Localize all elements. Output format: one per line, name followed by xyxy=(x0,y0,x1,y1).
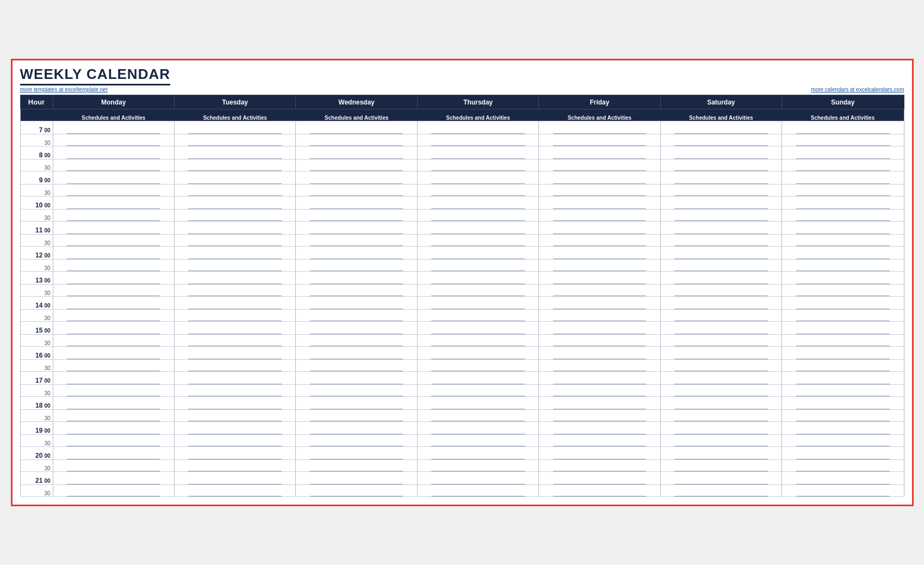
schedule-cell[interactable] xyxy=(174,360,295,372)
schedule-cell[interactable] xyxy=(660,410,782,422)
schedule-cell[interactable] xyxy=(782,472,904,485)
schedule-cell[interactable] xyxy=(539,196,660,210)
schedule-cell[interactable] xyxy=(296,447,417,460)
schedule-cell[interactable] xyxy=(539,310,660,322)
schedule-cell[interactable] xyxy=(296,121,417,134)
schedule-cell[interactable] xyxy=(53,171,174,185)
schedule-cell[interactable] xyxy=(539,472,660,485)
schedule-cell[interactable] xyxy=(539,435,660,447)
schedule-cell[interactable] xyxy=(660,235,782,247)
schedule-cell[interactable] xyxy=(417,272,538,285)
schedule-cell[interactable] xyxy=(660,146,782,159)
schedule-cell[interactable] xyxy=(417,247,538,260)
schedule-cell[interactable] xyxy=(782,210,904,222)
schedule-cell[interactable] xyxy=(53,134,174,146)
schedule-cell[interactable] xyxy=(53,322,174,335)
schedule-cell[interactable] xyxy=(660,460,782,472)
schedule-cell[interactable] xyxy=(174,472,295,485)
schedule-cell[interactable] xyxy=(296,235,417,247)
schedule-cell[interactable] xyxy=(539,185,660,196)
schedule-cell[interactable] xyxy=(660,171,782,185)
schedule-cell[interactable] xyxy=(296,472,417,485)
schedule-cell[interactable] xyxy=(417,347,538,360)
schedule-cell[interactable] xyxy=(660,447,782,460)
schedule-cell[interactable] xyxy=(53,285,174,297)
schedule-cell[interactable] xyxy=(417,235,538,247)
schedule-cell[interactable] xyxy=(417,435,538,447)
schedule-cell[interactable] xyxy=(782,196,904,210)
schedule-cell[interactable] xyxy=(296,385,417,397)
schedule-cell[interactable] xyxy=(174,247,295,260)
schedule-cell[interactable] xyxy=(174,285,295,297)
schedule-cell[interactable] xyxy=(782,347,904,360)
schedule-cell[interactable] xyxy=(174,347,295,360)
schedule-cell[interactable] xyxy=(539,247,660,260)
schedule-cell[interactable] xyxy=(417,310,538,322)
schedule-cell[interactable] xyxy=(417,360,538,372)
schedule-cell[interactable] xyxy=(782,460,904,472)
schedule-cell[interactable] xyxy=(53,460,174,472)
schedule-cell[interactable] xyxy=(660,372,782,385)
schedule-cell[interactable] xyxy=(174,435,295,447)
schedule-cell[interactable] xyxy=(539,322,660,335)
schedule-cell[interactable] xyxy=(782,372,904,385)
schedule-cell[interactable] xyxy=(174,460,295,472)
schedule-cell[interactable] xyxy=(782,134,904,146)
schedule-cell[interactable] xyxy=(539,210,660,222)
schedule-cell[interactable] xyxy=(53,397,174,410)
schedule-cell[interactable] xyxy=(53,235,174,247)
schedule-cell[interactable] xyxy=(296,410,417,422)
schedule-cell[interactable] xyxy=(660,222,782,235)
schedule-cell[interactable] xyxy=(539,297,660,310)
schedule-cell[interactable] xyxy=(539,171,660,185)
schedule-cell[interactable] xyxy=(417,171,538,185)
schedule-cell[interactable] xyxy=(417,472,538,485)
schedule-cell[interactable] xyxy=(417,210,538,222)
schedule-cell[interactable] xyxy=(53,410,174,422)
schedule-cell[interactable] xyxy=(417,322,538,335)
schedule-cell[interactable] xyxy=(53,196,174,210)
schedule-cell[interactable] xyxy=(660,385,782,397)
schedule-cell[interactable] xyxy=(296,435,417,447)
schedule-cell[interactable] xyxy=(660,247,782,260)
schedule-cell[interactable] xyxy=(174,397,295,410)
schedule-cell[interactable] xyxy=(296,310,417,322)
schedule-cell[interactable] xyxy=(417,159,538,171)
schedule-cell[interactable] xyxy=(53,447,174,460)
schedule-cell[interactable] xyxy=(296,397,417,410)
schedule-cell[interactable] xyxy=(53,485,174,497)
schedule-cell[interactable] xyxy=(296,347,417,360)
schedule-cell[interactable] xyxy=(174,485,295,497)
schedule-cell[interactable] xyxy=(174,422,295,435)
schedule-cell[interactable] xyxy=(296,146,417,159)
schedule-cell[interactable] xyxy=(417,285,538,297)
schedule-cell[interactable] xyxy=(782,260,904,272)
schedule-cell[interactable] xyxy=(660,121,782,134)
schedule-cell[interactable] xyxy=(174,297,295,310)
schedule-cell[interactable] xyxy=(174,121,295,134)
schedule-cell[interactable] xyxy=(782,360,904,372)
schedule-cell[interactable] xyxy=(660,472,782,485)
schedule-cell[interactable] xyxy=(539,447,660,460)
schedule-cell[interactable] xyxy=(782,310,904,322)
schedule-cell[interactable] xyxy=(417,222,538,235)
schedule-cell[interactable] xyxy=(782,285,904,297)
schedule-cell[interactable] xyxy=(296,297,417,310)
schedule-cell[interactable] xyxy=(539,347,660,360)
schedule-cell[interactable] xyxy=(660,185,782,196)
schedule-cell[interactable] xyxy=(539,285,660,297)
schedule-cell[interactable] xyxy=(53,247,174,260)
schedule-cell[interactable] xyxy=(782,410,904,422)
schedule-cell[interactable] xyxy=(53,260,174,272)
schedule-cell[interactable] xyxy=(660,322,782,335)
schedule-cell[interactable] xyxy=(539,134,660,146)
schedule-cell[interactable] xyxy=(539,335,660,347)
schedule-cell[interactable] xyxy=(417,410,538,422)
schedule-cell[interactable] xyxy=(782,185,904,196)
schedule-cell[interactable] xyxy=(417,485,538,497)
link-left[interactable]: more templates at exceltemplate.net xyxy=(20,87,108,93)
schedule-cell[interactable] xyxy=(539,397,660,410)
schedule-cell[interactable] xyxy=(539,222,660,235)
schedule-cell[interactable] xyxy=(782,485,904,497)
schedule-cell[interactable] xyxy=(296,185,417,196)
